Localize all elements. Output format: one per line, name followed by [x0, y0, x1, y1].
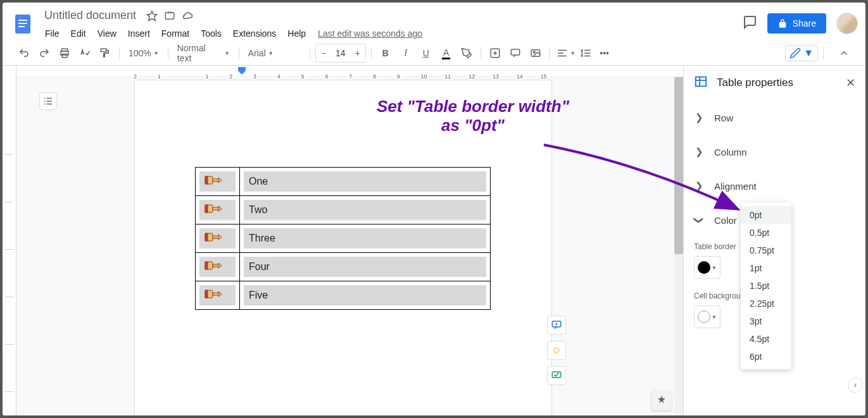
line-spacing-button[interactable] — [579, 44, 593, 62]
svg-rect-5 — [165, 12, 174, 19]
table-cell-text[interactable]: Two — [244, 200, 486, 220]
zoom-select[interactable]: 100%▼ — [125, 44, 163, 62]
menu-edit[interactable]: Edit — [66, 26, 91, 41]
paragraph-style-select[interactable]: Normal text▼ — [173, 44, 234, 62]
last-edit-link[interactable]: Last edit was seconds ago — [318, 28, 422, 39]
border-color-picker[interactable]: ▼ — [694, 256, 720, 279]
border-width-option[interactable]: 0.75pt — [741, 242, 791, 259]
svg-rect-18 — [205, 205, 208, 212]
menu-insert[interactable]: Insert — [123, 26, 154, 41]
table-cell-text[interactable]: Three — [244, 228, 486, 249]
italic-button[interactable]: I — [397, 44, 415, 62]
menu-tools[interactable]: Tools — [196, 26, 226, 41]
pointing-hand-icon — [204, 287, 222, 304]
svg-rect-24 — [205, 290, 208, 298]
chevron-right-icon: ❯ — [694, 180, 704, 192]
menu-view[interactable]: View — [93, 26, 121, 41]
font-family-select[interactable]: Arial▼ — [244, 44, 305, 62]
insert-link-button[interactable] — [486, 44, 504, 62]
svg-rect-9 — [101, 49, 106, 52]
border-width-option[interactable]: 0.5pt — [741, 224, 791, 242]
font-size-decrease[interactable]: − — [316, 44, 331, 62]
align-button[interactable]: ▼ — [555, 44, 577, 62]
svg-rect-1 — [18, 20, 27, 21]
chevron-right-icon: ❯ — [694, 112, 704, 123]
cell-background-picker[interactable]: ▼ — [694, 305, 720, 328]
pointing-hand-icon — [204, 173, 222, 190]
border-width-dropdown: 0pt0.5pt0.75pt1pt1.5pt2.25pt3pt4.5pt6pt — [741, 202, 791, 369]
row-section[interactable]: ❯Row — [684, 101, 865, 135]
table-cell-text[interactable]: Four — [244, 257, 486, 277]
undo-button[interactable] — [15, 44, 33, 62]
border-width-option[interactable]: 6pt — [741, 348, 791, 366]
bold-button[interactable]: B — [377, 44, 394, 62]
doc-title[interactable]: Untitled document — [41, 8, 140, 23]
pointing-hand-icon — [204, 202, 222, 219]
print-button[interactable] — [56, 44, 73, 62]
table-row[interactable]: One — [196, 168, 491, 196]
more-tools-button[interactable]: ••• — [596, 44, 613, 62]
svg-rect-22 — [205, 262, 208, 269]
share-button[interactable]: Share — [767, 13, 826, 34]
spellcheck-button[interactable] — [76, 44, 94, 62]
table-row[interactable]: Two — [196, 196, 491, 224]
svg-marker-14 — [238, 67, 246, 75]
add-comment-floating-button[interactable] — [547, 316, 566, 335]
vertical-scrollbar[interactable] — [674, 77, 683, 415]
table-row[interactable]: Four — [196, 253, 491, 281]
emoji-reaction-button[interactable]: ☺ — [547, 341, 566, 360]
show-side-panel-button[interactable]: ‹ — [848, 378, 863, 393]
border-width-option[interactable]: 1pt — [741, 259, 791, 277]
table-row[interactable]: Five — [196, 281, 491, 310]
font-size-input[interactable]: 14 — [331, 48, 350, 58]
pointing-hand-icon — [204, 259, 222, 276]
suggest-edits-button[interactable] — [547, 366, 566, 385]
move-icon[interactable] — [164, 10, 175, 22]
hide-menus-button[interactable] — [835, 44, 853, 62]
panel-title: Table properties — [717, 77, 837, 89]
svg-point-13 — [533, 51, 535, 53]
open-comments-icon[interactable] — [742, 15, 757, 32]
horizontal-ruler[interactable]: 21123456789101112131415 — [16, 66, 683, 77]
menu-extensions[interactable]: Extensions — [229, 26, 280, 41]
border-width-option[interactable]: 4.5pt — [741, 330, 791, 348]
border-width-option[interactable]: 0pt — [741, 206, 791, 224]
border-width-option[interactable]: 2.25pt — [741, 295, 791, 312]
text-color-button[interactable]: A — [437, 44, 455, 62]
paint-format-button[interactable] — [96, 44, 114, 62]
table-cell-text[interactable]: Five — [244, 285, 486, 305]
svg-rect-16 — [205, 176, 208, 184]
underline-button[interactable]: U — [417, 44, 435, 62]
document-table[interactable]: OneTwoThreeFourFive — [195, 167, 491, 310]
indent-marker-icon[interactable] — [238, 67, 246, 77]
toolbar: 100%▼ Normal text▼ Arial▼ − 14 + B I U A… — [3, 41, 865, 66]
table-icon — [694, 75, 708, 91]
editing-mode-button[interactable]: ▼ — [785, 45, 818, 61]
menu-help[interactable]: Help — [283, 26, 310, 41]
star-icon[interactable] — [146, 10, 158, 22]
redo-button[interactable] — [35, 44, 53, 62]
svg-rect-20 — [205, 233, 208, 241]
share-label: Share — [793, 18, 816, 28]
cloud-status-icon[interactable] — [182, 10, 193, 22]
table-cell-text[interactable]: One — [244, 171, 486, 192]
highlight-button[interactable] — [458, 44, 475, 62]
chevron-right-icon: ❯ — [694, 146, 704, 157]
border-width-option[interactable]: 3pt — [741, 312, 791, 330]
menu-file[interactable]: File — [41, 26, 64, 41]
menu-format[interactable]: Format — [157, 26, 194, 41]
chevron-down-icon: ❯ — [693, 215, 705, 225]
table-row[interactable]: Three — [196, 224, 491, 253]
close-panel-button[interactable]: ✕ — [846, 76, 855, 90]
pointing-hand-icon — [204, 230, 222, 247]
explore-button[interactable] — [651, 390, 672, 410]
account-avatar[interactable] — [836, 13, 858, 34]
border-width-option[interactable]: 1.5pt — [741, 277, 791, 295]
docs-logo[interactable] — [10, 11, 35, 37]
font-size-increase[interactable]: + — [350, 44, 365, 62]
insert-image-button[interactable] — [527, 44, 544, 62]
column-section[interactable]: ❯Column — [684, 135, 865, 169]
alignment-section[interactable]: ❯Alignment — [684, 169, 865, 203]
add-comment-button[interactable] — [506, 44, 524, 62]
document-outline-button[interactable] — [39, 92, 57, 110]
